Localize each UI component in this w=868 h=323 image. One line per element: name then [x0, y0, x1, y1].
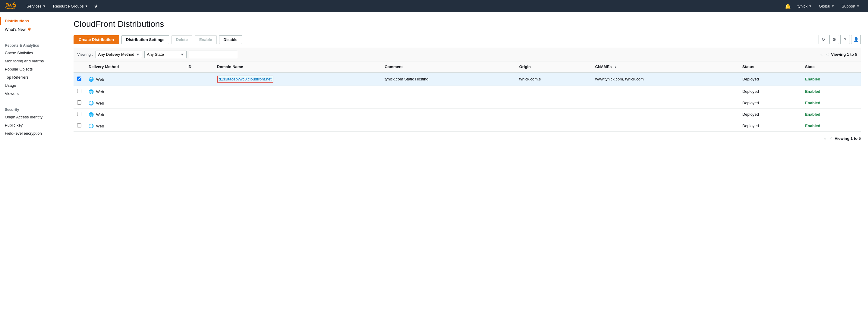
row-checkbox[interactable]: [77, 112, 82, 116]
row-origin: [516, 120, 592, 132]
help-icon[interactable]: ?: [840, 35, 850, 44]
aws-logo[interactable]: [5, 2, 17, 10]
row-delivery-method: 🌐 Web: [85, 109, 184, 120]
row-comment: [381, 97, 516, 109]
row-cnames: www.tynick.com, tynick.com: [592, 72, 739, 86]
domain-name-link[interactable]: d1s3itacebvwc0.cloudfront.net: [217, 76, 273, 83]
bottom-prev-page-button[interactable]: <: [829, 135, 833, 141]
globe-icon: 🌐: [89, 89, 94, 94]
row-cnames: [592, 86, 739, 97]
sidebar-item-cache-statistics[interactable]: Cache Statistics: [0, 49, 66, 57]
sidebar-divider-1: [0, 36, 66, 36]
row-checkbox-cell[interactable]: [73, 86, 85, 97]
state-filter[interactable]: Any State Enabled Disabled Deployed: [144, 51, 187, 58]
star-icon: ✱: [27, 27, 31, 32]
sidebar-item-monitoring-alarms[interactable]: Monitoring and Alarms: [0, 57, 66, 65]
row-id: [184, 109, 213, 120]
first-page-button[interactable]: «: [819, 52, 824, 58]
table-row: 🌐 Web Deployed Enabled: [73, 120, 861, 132]
globe-icon: 🌐: [89, 77, 94, 82]
notification-bell-icon[interactable]: 🔔: [782, 3, 794, 9]
enable-button: Enable: [195, 35, 217, 44]
row-checkbox-cell[interactable]: [73, 120, 85, 132]
search-input[interactable]: [189, 51, 237, 58]
sidebar-item-top-referrers[interactable]: Top Referrers: [0, 73, 66, 82]
top-nav: Services ▼ Resource Groups ▼ ★ 🔔 tynick …: [0, 0, 868, 12]
nav-right: 🔔 tynick ▼ Global ▼ Support ▼: [782, 0, 863, 12]
delivery-method-filter[interactable]: Any Delivery Method Web RTMP: [96, 51, 142, 58]
sidebar-item-popular-objects[interactable]: Popular Objects: [0, 65, 66, 73]
globe-icon: 🌐: [89, 112, 94, 117]
region-caret-icon: ▼: [832, 4, 835, 8]
row-comment: [381, 109, 516, 120]
user-icon[interactable]: 👤: [851, 35, 861, 44]
row-id: [184, 86, 213, 97]
bottom-first-page-button[interactable]: «: [823, 135, 828, 141]
nav-resource-groups[interactable]: Resource Groups ▼: [50, 0, 92, 12]
row-status: Deployed: [739, 72, 801, 86]
user-caret-icon: ▼: [809, 4, 812, 8]
prev-page-button[interactable]: <: [825, 52, 830, 58]
sidebar-section-security: Security: [0, 103, 66, 113]
refresh-icon[interactable]: ↻: [818, 35, 828, 44]
row-delivery-method: 🌐 Web: [85, 120, 184, 132]
support-caret-icon: ▼: [857, 4, 860, 8]
row-domain-name: [213, 97, 381, 109]
create-distribution-button[interactable]: Create Distribution: [73, 35, 119, 44]
col-id: ID: [184, 61, 213, 72]
distributions-table-wrapper: Delivery Method ID Domain Name Comment O…: [73, 61, 861, 132]
toolbar-icons: ↻ ⚙ ? 👤: [818, 35, 861, 44]
table-row: 🌐 Web d1s3itacebvwc0.cloudfront.net tyni…: [73, 72, 861, 86]
table-row: 🌐 Web Deployed Enabled: [73, 86, 861, 97]
row-status: Deployed: [739, 86, 801, 97]
sidebar-divider-2: [0, 100, 66, 100]
row-delivery-method: 🌐 Web: [85, 97, 184, 109]
sidebar-item-field-level-encryption[interactable]: Field-level encryption: [0, 129, 66, 137]
nav-support[interactable]: Support ▼: [838, 0, 863, 12]
sidebar-section-reports: Reports & Analytics: [0, 39, 66, 49]
disable-button[interactable]: Disable: [219, 35, 242, 44]
row-id: [184, 120, 213, 132]
col-cnames[interactable]: CNAMEs ▲: [592, 61, 739, 72]
nav-services[interactable]: Services ▼: [23, 0, 50, 12]
distributions-table: Delivery Method ID Domain Name Comment O…: [73, 61, 861, 132]
row-state: Enabled: [801, 97, 861, 109]
distribution-settings-button[interactable]: Distribution Settings: [121, 35, 169, 44]
sidebar: Distributions What's New ✱ Reports & Ana…: [0, 12, 66, 323]
row-checkbox[interactable]: [77, 123, 82, 127]
row-cnames: [592, 120, 739, 132]
row-checkbox[interactable]: [77, 76, 82, 81]
row-origin: [516, 109, 592, 120]
col-delivery-method: Delivery Method: [85, 61, 184, 72]
col-state: State: [801, 61, 861, 72]
page-title: CloudFront Distributions: [73, 19, 861, 29]
row-origin: tynick.com.s: [516, 72, 592, 86]
sidebar-item-public-key[interactable]: Public key: [0, 121, 66, 129]
row-state: Enabled: [801, 86, 861, 97]
gear-icon[interactable]: ⚙: [830, 35, 839, 44]
sidebar-item-distributions[interactable]: Distributions: [0, 17, 66, 25]
sidebar-item-origin-access[interactable]: Origin Access Identity: [0, 113, 66, 121]
col-origin: Origin: [516, 61, 592, 72]
nav-favorites-icon[interactable]: ★: [92, 3, 101, 9]
row-checkbox[interactable]: [77, 100, 82, 104]
row-checkbox[interactable]: [77, 89, 82, 93]
nav-user[interactable]: tynick ▼: [794, 0, 815, 12]
row-status: Deployed: [739, 120, 801, 132]
row-checkbox-cell[interactable]: [73, 72, 85, 86]
col-comment: Comment: [381, 61, 516, 72]
sidebar-item-usage[interactable]: Usage: [0, 82, 66, 90]
toolbar: Create Distribution Distribution Setting…: [73, 35, 861, 44]
nav-region[interactable]: Global ▼: [815, 0, 838, 12]
services-caret-icon: ▼: [43, 4, 46, 8]
col-status: Status: [739, 61, 801, 72]
sidebar-item-whats-new[interactable]: What's New ✱: [0, 25, 66, 33]
viewing-count: Viewing 1 to 5: [831, 52, 857, 57]
sidebar-item-viewers[interactable]: Viewers: [0, 90, 66, 98]
main-layout: Distributions What's New ✱ Reports & Ana…: [0, 12, 868, 323]
row-checkbox-cell[interactable]: [73, 97, 85, 109]
resource-groups-caret-icon: ▼: [85, 4, 88, 8]
row-checkbox-cell[interactable]: [73, 109, 85, 120]
row-cnames: [592, 109, 739, 120]
row-origin: [516, 97, 592, 109]
